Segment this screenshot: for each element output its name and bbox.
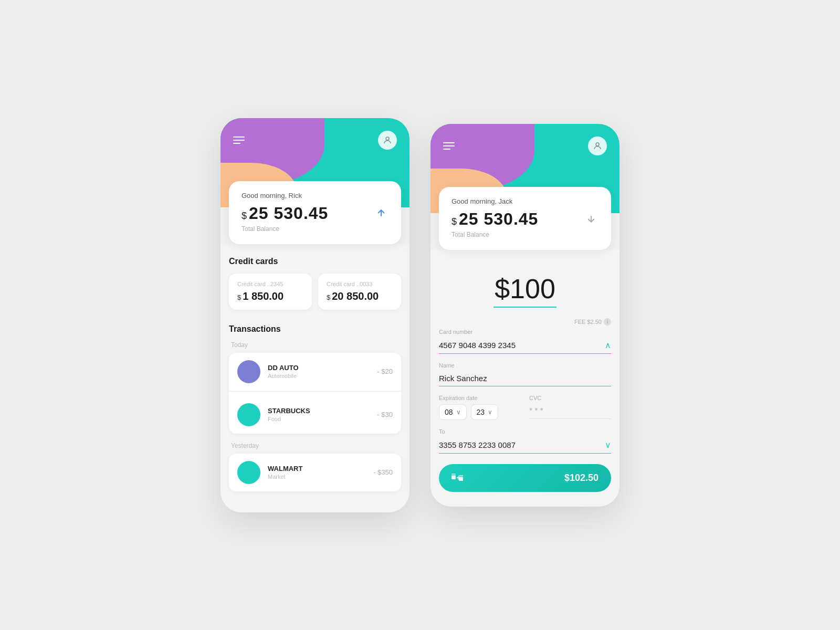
today-label: Today — [229, 341, 401, 349]
card-number-label: Card number — [439, 329, 611, 335]
to-field: To 3355 8753 2233 0087 ∨ — [439, 428, 611, 454]
arrow-up-button[interactable] — [374, 206, 388, 220]
fee-row: FEE $2.50 i — [439, 318, 611, 326]
to-value: 3355 8753 2233 0087 — [439, 440, 516, 449]
walmart-info: WALMART Market — [268, 465, 366, 480]
header-icons — [220, 118, 410, 150]
svg-point-2 — [596, 143, 599, 146]
transaction-dd-auto[interactable]: DD AUTO Automobile - $20 — [229, 353, 401, 391]
name-label: Name — [439, 362, 611, 369]
expiry-label: Expiration date — [439, 395, 521, 401]
starbucks-icon — [237, 403, 260, 426]
expiry-year-value: 23 — [477, 408, 485, 416]
name-value: Rick Sanchez — [439, 374, 487, 383]
starbucks-name: STARBUCKS — [268, 407, 370, 415]
avatar[interactable] — [378, 131, 397, 150]
cc1-dollar: $ — [237, 293, 241, 301]
starbucks-info: STARBUCKS Food — [268, 407, 370, 422]
to-input[interactable]: 3355 8753 2233 0087 ∨ — [439, 438, 611, 454]
transfer-amount-display[interactable]: $100 — [494, 273, 556, 308]
dd-auto-info: DD AUTO Automobile — [268, 364, 370, 379]
expiry-cvc-row: Expiration date 08 ∨ 23 ∨ CVC ••• — [439, 395, 611, 420]
credit-card-2[interactable]: Credit card ..0033 $ 20 850.00 — [318, 274, 401, 310]
phone-body: Credit cards Credit card ..2345 $ 1 850.… — [220, 244, 410, 512]
amount-input-area: $100 — [439, 262, 611, 313]
transfer-section: $100 FEE $2.50 i Card number 4567 9048 4… — [430, 250, 620, 507]
cc2-number: 20 850.00 — [332, 290, 379, 302]
balance-number: 25 530.45 — [249, 204, 328, 223]
name-field: Name Rick Sanchez — [439, 362, 611, 386]
yesterday-transactions: WALMART Market - $350 — [229, 454, 401, 491]
menu-icon[interactable] — [233, 136, 245, 144]
right-greeting-text: Good morning, Jack — [452, 197, 598, 205]
svg-rect-8 — [459, 476, 463, 477]
transactions-title: Transactions — [229, 324, 401, 334]
dd-auto-name: DD AUTO — [268, 364, 370, 372]
balance-amount: $ 25 530.45 — [242, 204, 328, 223]
right-header-icons — [430, 124, 620, 155]
cc1-label: Credit card ..2345 — [237, 281, 303, 287]
transfer-button-amount: $102.50 — [564, 472, 598, 484]
today-transactions: DD AUTO Automobile - $20 STARBUCKS Food … — [229, 353, 401, 434]
to-chevron-icon[interactable]: ∨ — [605, 440, 611, 450]
greeting-text: Good morning, Rick — [242, 192, 388, 200]
month-chevron-icon: ∨ — [456, 408, 461, 416]
balance-dollar: $ — [242, 211, 247, 222]
right-balance-label: Total Balance — [452, 231, 598, 238]
right-menu-icon[interactable] — [443, 142, 455, 150]
transaction-starbucks[interactable]: STARBUCKS Food - $30 — [229, 396, 401, 434]
starbucks-category: Food — [268, 416, 370, 422]
expiry-month-select[interactable]: 08 ∨ — [439, 404, 467, 420]
svg-point-0 — [386, 137, 389, 140]
right-balance-card: Good morning, Jack $ 25 530.45 Total Bal… — [439, 187, 611, 250]
arrow-down-button[interactable] — [584, 212, 598, 226]
chevron-up-icon[interactable]: ∧ — [605, 340, 611, 350]
yesterday-label: Yesterday — [229, 442, 401, 449]
starbucks-amount: - $30 — [377, 411, 393, 418]
dd-auto-amount: - $20 — [377, 368, 393, 375]
credit-cards-row: Credit card ..2345 $ 1 850.00 Credit car… — [229, 274, 401, 310]
right-balance-amount: $ 25 530.45 — [452, 209, 538, 229]
right-avatar[interactable] — [588, 136, 607, 155]
left-phone: Good morning, Rick $ 25 530.45 Total Bal… — [220, 118, 410, 512]
expiry-month-value: 08 — [445, 408, 453, 416]
cc2-amount: $ 20 850.00 — [327, 290, 393, 302]
transfer-button[interactable]: $102.50 — [439, 464, 611, 492]
cvc-label: CVC — [529, 395, 611, 401]
balance-label: Total Balance — [242, 225, 388, 233]
name-input[interactable]: Rick Sanchez — [439, 372, 611, 386]
walmart-name: WALMART — [268, 465, 366, 472]
balance-card: Good morning, Rick $ 25 530.45 Total Bal… — [229, 181, 401, 244]
cvc-input[interactable]: ••• — [529, 404, 611, 419]
walmart-amount: - $350 — [373, 468, 393, 476]
card-number-value: 4567 9048 4399 2345 — [439, 341, 516, 350]
to-label: To — [439, 428, 611, 435]
cvc-col: CVC ••• — [529, 395, 611, 420]
fee-info-icon: i — [604, 318, 611, 326]
card-number-input[interactable]: 4567 9048 4399 2345 ∧ — [439, 338, 611, 354]
dd-auto-icon — [237, 360, 260, 383]
cc2-dollar: $ — [327, 293, 330, 301]
expiry-year-select[interactable]: 23 ∨ — [471, 404, 499, 420]
credit-card-1[interactable]: Credit card ..2345 $ 1 850.00 — [229, 274, 312, 310]
svg-rect-5 — [452, 474, 456, 476]
transaction-walmart[interactable]: WALMART Market - $350 — [229, 454, 401, 491]
dd-auto-category: Automobile — [268, 373, 370, 379]
right-balance-number: 25 530.45 — [459, 209, 538, 229]
right-balance-dollar: $ — [452, 216, 457, 227]
card-number-field: Card number 4567 9048 4399 2345 ∧ — [439, 329, 611, 354]
expiry-col: Expiration date 08 ∨ 23 ∨ — [439, 395, 521, 420]
year-chevron-icon: ∨ — [488, 408, 492, 416]
cc1-amount: $ 1 850.00 — [237, 290, 303, 302]
credit-cards-title: Credit cards — [229, 257, 401, 266]
right-phone: Good morning, Jack $ 25 530.45 Total Bal… — [430, 124, 620, 507]
transfer-button-icon — [452, 474, 463, 482]
fee-label: FEE $2.50 — [574, 319, 602, 325]
walmart-category: Market — [268, 474, 366, 480]
cc2-label: Credit card ..0033 — [327, 281, 393, 287]
walmart-icon — [237, 461, 260, 484]
cc1-number: 1 850.00 — [243, 290, 284, 302]
divider — [229, 391, 401, 392]
